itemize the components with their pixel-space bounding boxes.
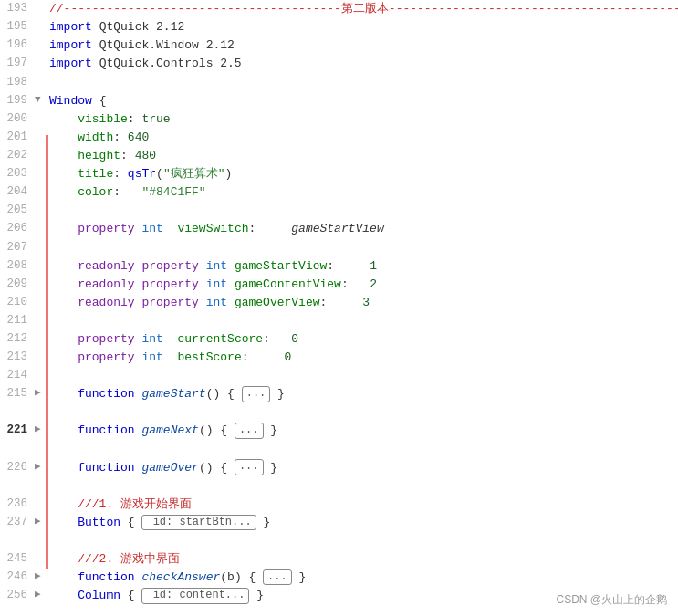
lc-209: readonly property int gameContentView: 2 bbox=[46, 276, 678, 294]
ln-213: 213 bbox=[0, 349, 35, 366]
lc-246: function checkAnswer(b) { ... } bbox=[46, 569, 678, 587]
ln-198: 198 bbox=[0, 74, 35, 91]
arrow-256[interactable]: ▶ bbox=[35, 587, 46, 602]
lc-210: readonly property int gameOverView: 3 bbox=[46, 294, 678, 312]
ln-209: 209 bbox=[0, 276, 35, 293]
lc-212: property int currentScore: 0 bbox=[46, 330, 678, 349]
arrow-246[interactable]: ▶ bbox=[35, 569, 46, 584]
lc-199: Window { bbox=[46, 92, 678, 110]
editor-container: 193 //----------------------------------… bbox=[0, 0, 678, 616]
lc-202: height: 480 bbox=[46, 147, 678, 165]
lc-215: function gameStart() { ... } bbox=[46, 385, 678, 403]
ln-256: 256 bbox=[0, 587, 35, 604]
line-211: 211 bbox=[0, 312, 678, 330]
lc-201: width: 640 bbox=[46, 129, 678, 147]
line-215: 215 ▶ function gameStart() { ... } bbox=[0, 385, 678, 403]
arrow-199[interactable]: ▼ bbox=[35, 92, 46, 108]
ln-226: 226 bbox=[0, 459, 35, 476]
lc-193: //--------------------------------------… bbox=[46, 0, 678, 18]
lc-203: title: qsTr("疯狂算术") bbox=[46, 165, 678, 183]
arrow-226[interactable]: ▶ bbox=[35, 459, 46, 475]
lc-226: function gameOver() { ... } bbox=[46, 459, 678, 477]
line-area: 193 //----------------------------------… bbox=[0, 0, 678, 616]
arrow-237[interactable]: ▶ bbox=[35, 514, 46, 529]
lc-195: import QtQuick 2.12 bbox=[46, 18, 678, 37]
line-213: 213 property int bestScore: 0 bbox=[0, 349, 678, 367]
ln-196: 196 bbox=[0, 37, 35, 54]
ln-193: 193 bbox=[0, 0, 35, 17]
ln-211: 211 bbox=[0, 312, 35, 329]
line-197: 197 import QtQuick.Controls 2.5 bbox=[0, 55, 678, 73]
line-236: 236 ///1. 游戏开始界面 bbox=[0, 496, 678, 514]
line-214: 214 bbox=[0, 367, 678, 385]
ln-204: 204 bbox=[0, 183, 35, 201]
ln-205: 205 bbox=[0, 202, 35, 219]
line-195: 195 import QtQuick 2.12 bbox=[0, 18, 678, 37]
lc-197: import QtQuick.Controls 2.5 bbox=[46, 55, 678, 73]
ln-210: 210 bbox=[0, 294, 35, 311]
line-245: 245 ///2. 游戏中界面 bbox=[0, 550, 678, 569]
line-220 bbox=[0, 403, 678, 422]
ln-236: 236 bbox=[0, 496, 35, 513]
line-198: 198 bbox=[0, 74, 678, 92]
line-200: 200 visible: true bbox=[0, 110, 678, 129]
ln-237: 237 bbox=[0, 514, 35, 531]
ln-207: 207 bbox=[0, 239, 35, 256]
ln-215: 215 bbox=[0, 385, 35, 402]
line-235 bbox=[0, 477, 678, 496]
ln-197: 197 bbox=[0, 55, 35, 72]
lc-208: readonly property int gameStartView: 1 bbox=[46, 257, 678, 276]
ln-245: 245 bbox=[0, 550, 35, 568]
lc-221: function gameNext() { ... } bbox=[46, 422, 678, 440]
lc-196: import QtQuick.Window 2.12 bbox=[46, 37, 678, 55]
line-203: 203 title: qsTr("疯狂算术") bbox=[0, 165, 678, 183]
line-244 bbox=[0, 532, 678, 550]
line-212: 212 property int currentScore: 0 bbox=[0, 330, 678, 349]
line-237: 237 ▶ Button { id: startBtn... } bbox=[0, 514, 678, 532]
ln-200: 200 bbox=[0, 110, 35, 128]
line-226: 226 ▶ function gameOver() { ... } bbox=[0, 459, 678, 477]
line-206: 206 property int viewSwitch: gameStartVi… bbox=[0, 220, 678, 238]
watermark: CSDN @火山上的企鹅 bbox=[556, 591, 667, 609]
arrow-221[interactable]: ▶ bbox=[35, 422, 46, 437]
lc-236: ///1. 游戏开始界面 bbox=[46, 496, 678, 514]
line-193: 193 //----------------------------------… bbox=[0, 0, 678, 18]
line-208: 208 readonly property int gameStartView:… bbox=[0, 257, 678, 276]
ln-221: 221 bbox=[0, 422, 35, 439]
ln-214: 214 bbox=[0, 367, 35, 384]
lc-200: visible: true bbox=[46, 110, 678, 129]
ln-202: 202 bbox=[0, 147, 35, 164]
arrow-215[interactable]: ▶ bbox=[35, 385, 46, 401]
scope-indicator bbox=[46, 135, 48, 569]
line-221: 221 ▶ function gameNext() { ... } bbox=[0, 422, 678, 440]
line-196: 196 import QtQuick.Window 2.12 bbox=[0, 37, 678, 55]
ln-206: 206 bbox=[0, 220, 35, 237]
ln-203: 203 bbox=[0, 165, 35, 183]
lc-213: property int bestScore: 0 bbox=[46, 349, 678, 367]
line-204: 204 color: "#84C1FF" bbox=[0, 183, 678, 202]
lc-237: Button { id: startBtn... } bbox=[46, 514, 678, 532]
lc-206: property int viewSwitch: gameStartView bbox=[46, 220, 678, 238]
line-201: 201 width: 640 bbox=[0, 129, 678, 147]
line-209: 209 readonly property int gameContentVie… bbox=[0, 276, 678, 294]
lc-245: ///2. 游戏中界面 bbox=[46, 550, 678, 569]
line-202: 202 height: 480 bbox=[0, 147, 678, 165]
ln-195: 195 bbox=[0, 18, 35, 36]
line-207: 207 bbox=[0, 239, 678, 257]
ln-199: 199 bbox=[0, 92, 35, 110]
line-210: 210 readonly property int gameOverView: … bbox=[0, 294, 678, 312]
lc-204: color: "#84C1FF" bbox=[46, 183, 678, 202]
line-205: 205 bbox=[0, 202, 678, 220]
line-246: 246 ▶ function checkAnswer(b) { ... } bbox=[0, 569, 678, 587]
ln-212: 212 bbox=[0, 330, 35, 348]
line-199: 199 ▼ Window { bbox=[0, 92, 678, 110]
ln-246: 246 bbox=[0, 569, 35, 586]
line-225 bbox=[0, 441, 678, 459]
ln-201: 201 bbox=[0, 129, 35, 146]
ln-208: 208 bbox=[0, 257, 35, 275]
